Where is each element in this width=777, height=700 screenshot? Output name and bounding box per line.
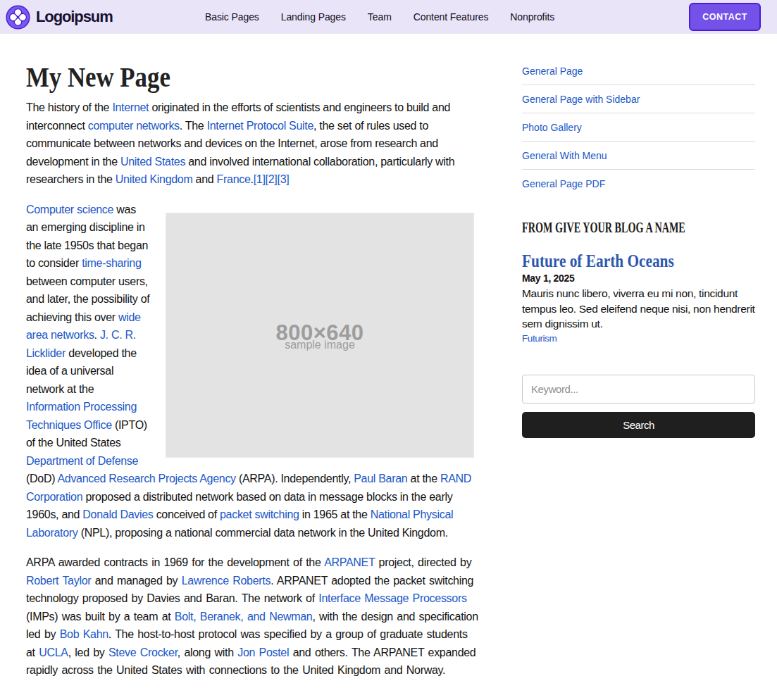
inline-link[interactable]: Donald Davies bbox=[82, 508, 153, 520]
inline-link[interactable]: [2] bbox=[266, 173, 278, 185]
paragraph-1: The history of the Internet originated i… bbox=[26, 99, 480, 189]
inline-link[interactable]: United States bbox=[120, 156, 185, 168]
inline-link[interactable]: Jon Postel bbox=[237, 646, 289, 658]
site-header: Logoipsum Basic Pages Landing Pages Team… bbox=[0, 0, 777, 34]
inline-link[interactable]: Bob Kahn bbox=[60, 628, 108, 640]
main-nav: Basic Pages Landing Pages Team Content F… bbox=[205, 0, 554, 34]
inline-link[interactable]: Robert Taylor bbox=[26, 575, 91, 587]
inline-link[interactable]: Computer science bbox=[26, 204, 113, 215]
article: My New Page The history of the Internet … bbox=[26, 34, 480, 692]
inline-link[interactable]: Information Processing Techniques Office bbox=[26, 401, 137, 431]
paragraph-2: 800×640 sample image Computer science wa… bbox=[26, 201, 480, 542]
inline-link[interactable]: Internet bbox=[112, 101, 149, 113]
search-input[interactable] bbox=[522, 375, 755, 404]
sidebar-link-general-page-with-sidebar[interactable]: General Page with Sidebar bbox=[522, 94, 640, 105]
inline-link[interactable]: Internet Protocol Suite bbox=[207, 120, 313, 132]
inline-link[interactable]: [1] bbox=[254, 173, 266, 185]
inline-link[interactable]: France bbox=[217, 173, 251, 185]
inline-link[interactable]: Department of Defense bbox=[26, 455, 138, 467]
inline-link[interactable]: UCLA bbox=[39, 646, 68, 658]
inline-link[interactable]: time-sharing bbox=[82, 257, 141, 269]
sidebar-menu-row: General Page with Sidebar bbox=[522, 85, 755, 113]
brand-name: Logoipsum bbox=[36, 8, 113, 26]
inline-link[interactable]: Advanced Research Projects Agency bbox=[57, 473, 235, 485]
inline-link[interactable]: Interface Message Processors bbox=[318, 592, 466, 604]
page-title: My New Page bbox=[26, 61, 421, 94]
inline-link[interactable]: Lawrence Roberts bbox=[182, 575, 271, 587]
search-widget: Search bbox=[522, 375, 755, 438]
paragraph-3: ARPA awarded contracts in 1969 for the d… bbox=[26, 554, 480, 680]
inline-link[interactable]: [3] bbox=[278, 173, 290, 185]
sidebar-link-general-with-menu[interactable]: General With Menu bbox=[522, 150, 607, 161]
nav-item-basic-pages[interactable]: Basic Pages bbox=[205, 11, 259, 23]
sample-image-placeholder: 800×640 sample image bbox=[166, 213, 474, 458]
logoipsum-flower-icon bbox=[6, 5, 30, 30]
nav-item-landing-pages[interactable]: Landing Pages bbox=[281, 11, 346, 23]
sidebar-menu: General Page General Page with Sidebar P… bbox=[522, 57, 755, 198]
page-body: My New Page The history of the Internet … bbox=[0, 34, 777, 700]
inline-link[interactable]: ARPANET bbox=[324, 556, 375, 568]
sidebar-link-general-page[interactable]: General Page bbox=[522, 65, 583, 77]
sidebar-menu-row: General With Menu bbox=[522, 142, 755, 170]
inline-link[interactable]: Steve Crocker bbox=[108, 646, 178, 658]
contact-button[interactable]: CONTACT bbox=[689, 3, 761, 31]
inline-link[interactable]: packet switching bbox=[220, 508, 299, 520]
brand-logo[interactable]: Logoipsum bbox=[6, 5, 113, 30]
sidebar-menu-row: General Page bbox=[522, 57, 755, 85]
nav-item-team[interactable]: Team bbox=[368, 11, 392, 23]
featured-post-date: May 1, 2025 bbox=[522, 272, 755, 285]
blog-widget-title: FROM GIVE YOUR BLOG A NAME bbox=[522, 219, 688, 236]
inline-link[interactable]: Paul Baran bbox=[354, 473, 407, 485]
sidebar-link-photo-gallery[interactable]: Photo Gallery bbox=[522, 122, 582, 133]
featured-post: Future of Earth Oceans May 1, 2025 Mauri… bbox=[522, 249, 755, 345]
inline-link[interactable]: Bolt, Beranek, and Newman bbox=[175, 611, 313, 623]
featured-post-category[interactable]: Futurism bbox=[522, 332, 557, 345]
sidebar: General Page General Page with Sidebar P… bbox=[522, 34, 755, 438]
nav-item-nonprofits[interactable]: Nonprofits bbox=[510, 11, 554, 23]
sidebar-link-general-page-pdf[interactable]: General Page PDF bbox=[522, 178, 605, 189]
nav-item-content-features[interactable]: Content Features bbox=[414, 11, 489, 23]
inline-link[interactable]: United Kingdom bbox=[116, 173, 193, 185]
search-button[interactable]: Search bbox=[522, 412, 755, 438]
image-caption: sample image bbox=[285, 339, 355, 351]
inline-link[interactable]: computer networks bbox=[88, 120, 180, 132]
featured-post-excerpt: Mauris nunc libero, viverra eu mi non, t… bbox=[522, 286, 755, 332]
sidebar-menu-row: Photo Gallery bbox=[522, 113, 755, 142]
sidebar-menu-row: General Page PDF bbox=[522, 170, 755, 198]
featured-post-title[interactable]: Future of Earth Oceans bbox=[522, 251, 713, 272]
